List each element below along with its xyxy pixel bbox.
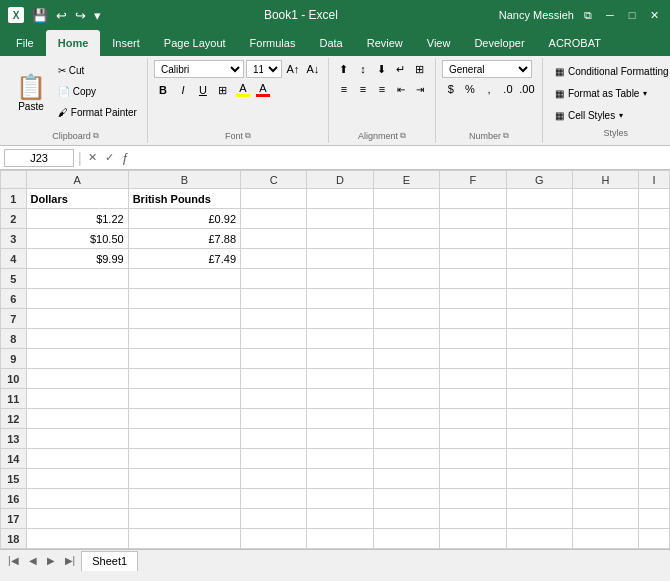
row-num-11[interactable]: 11 [1, 389, 27, 409]
row-num-7[interactable]: 7 [1, 309, 27, 329]
cell-4-2[interactable] [241, 249, 307, 269]
cell-18-5[interactable] [440, 529, 506, 549]
cell-11-7[interactable] [572, 389, 638, 409]
cell-15-5[interactable] [440, 469, 506, 489]
cell-7-4[interactable] [373, 309, 439, 329]
cell-3-1[interactable]: £7.88 [128, 229, 240, 249]
cell-17-6[interactable] [506, 509, 572, 529]
cell-17-4[interactable] [373, 509, 439, 529]
cell-1-6[interactable] [506, 189, 572, 209]
cell-7-2[interactable] [241, 309, 307, 329]
cell-18-0[interactable] [26, 529, 128, 549]
cell-10-1[interactable] [128, 369, 240, 389]
wrap-text-button[interactable]: ↵ [392, 60, 410, 78]
cell-3-6[interactable] [506, 229, 572, 249]
cell-2-5[interactable] [440, 209, 506, 229]
bold-button[interactable]: B [154, 81, 172, 99]
tab-file[interactable]: File [4, 30, 46, 56]
row-num-4[interactable]: 4 [1, 249, 27, 269]
col-header-c[interactable]: C [241, 171, 307, 189]
cell-11-2[interactable] [241, 389, 307, 409]
cell-14-8[interactable] [639, 449, 670, 469]
cell-14-2[interactable] [241, 449, 307, 469]
cancel-formula-button[interactable]: ✕ [86, 149, 99, 166]
cell-4-0[interactable]: $9.99 [26, 249, 128, 269]
row-num-14[interactable]: 14 [1, 449, 27, 469]
cell-15-0[interactable] [26, 469, 128, 489]
col-header-b[interactable]: B [128, 171, 240, 189]
cell-1-4[interactable] [373, 189, 439, 209]
confirm-formula-button[interactable]: ✓ [103, 149, 116, 166]
col-header-d[interactable]: D [307, 171, 373, 189]
fill-color-button[interactable]: A [234, 81, 252, 99]
cell-11-5[interactable] [440, 389, 506, 409]
alignment-expand[interactable]: ⧉ [400, 131, 406, 141]
cell-5-7[interactable] [572, 269, 638, 289]
cell-17-3[interactable] [307, 509, 373, 529]
cell-7-3[interactable] [307, 309, 373, 329]
cell-12-1[interactable] [128, 409, 240, 429]
cell-13-8[interactable] [639, 429, 670, 449]
cell-8-3[interactable] [307, 329, 373, 349]
cell-11-0[interactable] [26, 389, 128, 409]
cell-2-3[interactable] [307, 209, 373, 229]
cell-14-4[interactable] [373, 449, 439, 469]
cell-10-5[interactable] [440, 369, 506, 389]
cell-7-1[interactable] [128, 309, 240, 329]
tab-insert[interactable]: Insert [100, 30, 152, 56]
increase-font-button[interactable]: A↑ [284, 60, 302, 78]
merge-center-button[interactable]: ⊞ [411, 60, 429, 78]
cell-8-2[interactable] [241, 329, 307, 349]
cell-2-4[interactable] [373, 209, 439, 229]
cell-6-6[interactable] [506, 289, 572, 309]
cell-9-5[interactable] [440, 349, 506, 369]
decrease-indent-button[interactable]: ⇤ [392, 80, 410, 98]
cell-10-4[interactable] [373, 369, 439, 389]
cell-18-3[interactable] [307, 529, 373, 549]
cell-styles-button[interactable]: ▦ Cell Styles ▾ [549, 108, 670, 123]
cell-13-7[interactable] [572, 429, 638, 449]
cell-17-7[interactable] [572, 509, 638, 529]
cell-3-2[interactable] [241, 229, 307, 249]
cell-4-7[interactable] [572, 249, 638, 269]
cell-16-7[interactable] [572, 489, 638, 509]
cell-1-3[interactable] [307, 189, 373, 209]
cell-2-0[interactable]: $1.22 [26, 209, 128, 229]
cell-16-2[interactable] [241, 489, 307, 509]
decrease-decimal-button[interactable]: .0 [499, 80, 517, 98]
cell-7-7[interactable] [572, 309, 638, 329]
sheet-tab-last[interactable]: ▶| [61, 553, 80, 568]
cell-2-6[interactable] [506, 209, 572, 229]
row-num-1[interactable]: 1 [1, 189, 27, 209]
cell-1-7[interactable] [572, 189, 638, 209]
row-num-13[interactable]: 13 [1, 429, 27, 449]
cell-3-4[interactable] [373, 229, 439, 249]
font-family-select[interactable]: Calibri [154, 60, 244, 78]
tab-home[interactable]: Home [46, 30, 101, 56]
col-header-a[interactable]: A [26, 171, 128, 189]
cell-4-6[interactable] [506, 249, 572, 269]
tab-data[interactable]: Data [307, 30, 354, 56]
row-num-15[interactable]: 15 [1, 469, 27, 489]
cell-13-1[interactable] [128, 429, 240, 449]
cell-7-8[interactable] [639, 309, 670, 329]
cell-15-2[interactable] [241, 469, 307, 489]
cell-14-0[interactable] [26, 449, 128, 469]
cell-6-8[interactable] [639, 289, 670, 309]
percent-button[interactable]: % [461, 80, 479, 98]
cell-3-3[interactable] [307, 229, 373, 249]
cell-18-8[interactable] [639, 529, 670, 549]
formula-input[interactable] [135, 152, 666, 164]
cell-9-4[interactable] [373, 349, 439, 369]
cell-10-2[interactable] [241, 369, 307, 389]
cell-10-3[interactable] [307, 369, 373, 389]
cell-5-0[interactable] [26, 269, 128, 289]
border-button[interactable]: ⊞ [214, 81, 232, 99]
close-button[interactable]: ✕ [646, 7, 662, 23]
cell-16-4[interactable] [373, 489, 439, 509]
tab-view[interactable]: View [415, 30, 463, 56]
cell-7-0[interactable] [26, 309, 128, 329]
cell-9-3[interactable] [307, 349, 373, 369]
cell-1-0[interactable]: Dollars [26, 189, 128, 209]
cell-6-1[interactable] [128, 289, 240, 309]
